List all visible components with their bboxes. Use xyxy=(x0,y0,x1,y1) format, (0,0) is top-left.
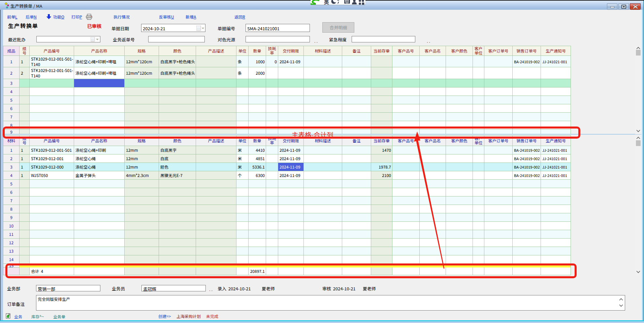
svg-text:英: 英 xyxy=(324,0,329,5)
